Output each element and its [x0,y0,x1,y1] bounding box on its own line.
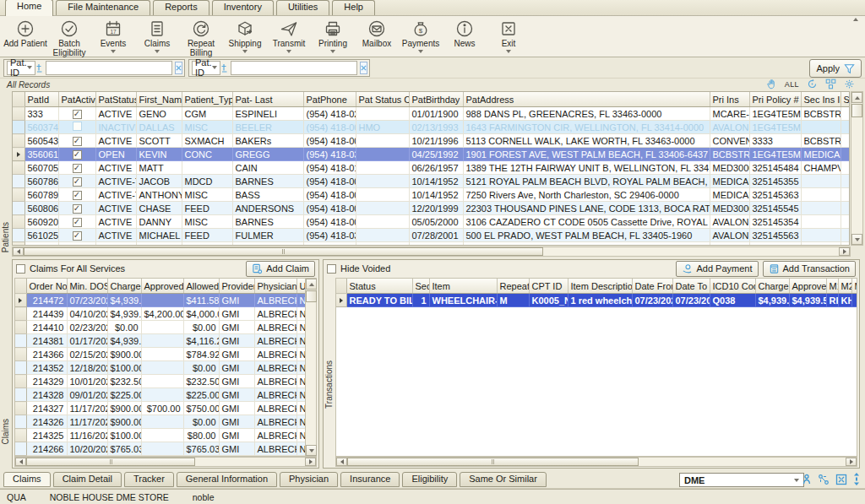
cell[interactable]: 04/10/2024 [67,307,107,321]
cell[interactable]: (954) 418-0071 [303,121,356,134]
column-header-physician[interactable]: Physician [254,279,296,294]
chevron-down-icon[interactable] [330,50,335,53]
cell[interactable]: ACTIVE [95,107,136,121]
cell[interactable]: MEDICAID [801,148,841,161]
row-selector[interactable] [13,134,24,148]
cell[interactable]: GMI [219,348,254,361]
cell[interactable]: GMI [219,375,254,388]
cell[interactable] [841,188,850,202]
menu-tab-inventory[interactable]: Inventory [212,0,274,15]
add-payment-button[interactable]: Add Payment [676,261,758,277]
cell[interactable]: GREGG [232,148,303,161]
cell[interactable]: Q038 [710,294,755,307]
cell[interactable]: $4,939.52 [107,307,141,321]
cell[interactable]: ALBRECHT [254,348,296,361]
column-header-patactive[interactable]: PatActive [58,92,95,107]
cell[interactable]: 06/26/1957 [409,161,463,175]
table-row[interactable]: 21432910/01/2023$232.50$232.50GMIALBRECH… [15,375,306,388]
cell[interactable]: (954) 418-0147 [303,161,356,175]
cell[interactable]: 10/20/2023 [67,442,107,456]
cell[interactable]: 214327 [26,402,67,415]
cell[interactable]: 214366 [26,348,67,361]
chevron-down-icon[interactable] [286,50,291,53]
pat-active-checkbox[interactable] [58,161,95,175]
chevron-down-icon[interactable] [418,50,423,53]
cell[interactable]: 214439 [26,307,67,321]
cell[interactable] [356,215,409,229]
cell[interactable]: 560806 [24,202,58,215]
cell[interactable] [356,242,409,247]
cell[interactable]: BASS [232,188,303,202]
table-row[interactable]: 333ACTIVEGENOCGMESPINELI(954) 418-027601… [13,107,850,121]
cell[interactable]: ACTIVE-T [95,188,136,202]
cell[interactable]: ALBRECHT [254,442,296,456]
cell[interactable]: ESPINELI [232,107,303,121]
cell[interactable]: ALBRECHT [254,321,296,334]
cell[interactable]: ACTIVE [95,202,136,215]
cell[interactable]: 12/18/2023 [67,361,107,375]
cell[interactable] [841,121,850,134]
menu-tab-home[interactable]: Home [5,0,53,16]
cell[interactable]: $900.00 [107,402,141,415]
cell[interactable]: BCBSTRP [801,134,841,148]
tab-tracker[interactable]: Tracker [124,472,174,487]
cell[interactable]: READY TO BILL [346,294,412,307]
cell[interactable]: 3560616 [24,148,58,161]
card-view-icon[interactable] [825,79,836,89]
cell[interactable]: 04/25/1992 [409,148,463,161]
cell[interactable]: $0.00 [183,361,219,375]
cell[interactable]: $80.00 [183,429,219,442]
all-records-toggle[interactable]: ALL [785,80,799,89]
row-selector[interactable] [15,361,26,375]
toolbar-claims-button[interactable]: Claims [135,18,179,57]
column-header-patstatus[interactable]: PatStatus [95,92,136,107]
cell[interactable]: ACTIVE [95,229,136,242]
column-header-icd10-codes[interactable]: ICD10 Codes [710,279,755,294]
cell[interactable]: ANTHONY [136,188,182,202]
cell[interactable]: INACTIVE [95,121,136,134]
cell[interactable]: $4,939.52 [789,294,826,307]
cell[interactable]: CAIN [232,161,303,175]
clear-filter-button[interactable] [175,62,182,74]
row-selector[interactable] [15,402,26,415]
cell[interactable]: 214266 [26,442,67,456]
scroll-right-button[interactable] [305,458,316,466]
cell[interactable]: FEED [182,229,232,242]
cell[interactable]: BAKERs [232,134,303,148]
cell[interactable]: CHAMPVA [801,161,841,175]
column-header-m[interactable]: M [851,279,857,294]
claims-for-all-services-checkbox[interactable] [16,264,25,274]
table-row[interactable]: 560789ACTIVE-TANTHONYMISCBASS(954) 418-0… [13,188,850,202]
cell[interactable]: $750.00 [183,402,219,415]
cell[interactable]: 5121 ROYAL PALM BEACH BLVD, ROYAL PALM B… [463,175,710,188]
cell[interactable]: 325145563 [749,229,801,242]
claims-horizontal-scrollbar[interactable] [14,457,317,467]
cell[interactable]: (954) 418-0054 [303,215,356,229]
expand-icon[interactable] [835,474,847,485]
pat-active-checkbox[interactable] [58,121,95,134]
cell[interactable] [182,161,232,175]
table-row[interactable]: 560806ACTIVECHASEFEEDANDERSONS(954) 418-… [13,202,850,215]
cell[interactable]: $4,939.52 [107,334,141,348]
cell[interactable] [841,242,850,247]
pat-active-checkbox[interactable] [58,107,95,121]
cell[interactable]: 214472 [26,294,67,307]
cell[interactable] [356,175,409,188]
cell[interactable]: $232.50 [183,375,219,388]
cell[interactable]: (954) 418-0276 [303,107,356,121]
cell[interactable] [801,175,841,188]
add-claim-button[interactable]: Add Claim [246,261,315,277]
column-header-approved[interactable]: Approved [789,279,826,294]
pat-active-checkbox[interactable] [58,188,95,202]
toolbar-events-button[interactable]: 17Events [91,18,135,57]
tab-same-or-similar[interactable]: Same Or Similar [460,472,547,487]
cell[interactable] [841,215,850,229]
cell[interactable]: $100.00 [107,429,141,442]
cell[interactable] [356,107,409,121]
column-header-patbirthday[interactable]: PatBirthday [409,92,463,107]
cell[interactable]: MEDICAID [710,188,749,202]
cell[interactable]: 560789 [24,188,58,202]
cell[interactable]: ALBRECHT [254,361,296,375]
chevron-down-icon[interactable] [111,50,116,53]
column-header-patient-type[interactable]: Patient_Type [182,92,232,107]
